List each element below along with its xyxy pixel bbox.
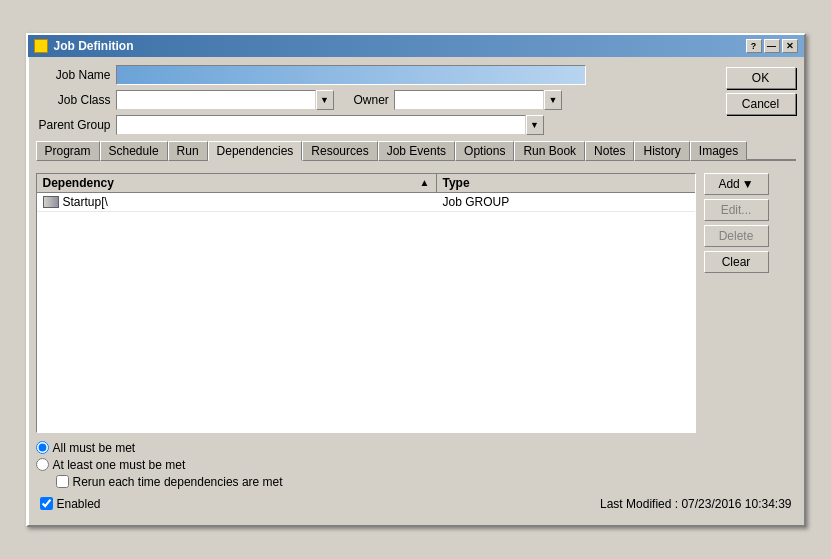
job-class-dropdown[interactable]: ▼ (316, 90, 334, 110)
tab-options[interactable]: Options (455, 141, 514, 161)
table-header: Dependency ▲ Type (37, 174, 695, 193)
tabs: Program Schedule Run Dependencies Resour… (36, 141, 796, 161)
add-button[interactable]: Add ▼ (704, 173, 769, 195)
table-row[interactable]: Startup[\ Job GROUP (37, 193, 695, 212)
side-buttons: Add ▼ Edit... Delete Clear (704, 173, 769, 433)
help-button[interactable]: ? (746, 39, 762, 53)
parent-group-input[interactable] (116, 115, 526, 135)
tab-resources[interactable]: Resources (302, 141, 377, 161)
tab-schedule[interactable]: Schedule (100, 141, 168, 161)
enabled-checkbox[interactable] (40, 497, 53, 510)
dependency-cell: Startup[\ (37, 193, 437, 211)
title-bar-title: Job Definition (34, 39, 134, 53)
tab-notes[interactable]: Notes (585, 141, 634, 161)
title-bar: Job Definition ? — ✕ (28, 35, 804, 57)
parent-group-label: Parent Group (36, 118, 116, 132)
job-name-input[interactable] (116, 65, 586, 85)
dependency-icon (43, 196, 59, 208)
add-arrow: ▼ (742, 177, 754, 191)
at-least-one-radio[interactable] (36, 458, 49, 471)
col-dependency: Dependency ▲ (37, 174, 437, 192)
cancel-button[interactable]: Cancel (726, 93, 796, 115)
tab-program[interactable]: Program (36, 141, 100, 161)
tab-dependencies[interactable]: Dependencies (208, 141, 303, 161)
add-label: Add (718, 177, 739, 191)
tab-history[interactable]: History (634, 141, 689, 161)
dependency-area: Dependency ▲ Type Startup[\ Job GROUP (36, 173, 796, 433)
ok-button[interactable]: OK (726, 67, 796, 89)
enabled-label: Enabled (57, 497, 101, 511)
job-name-row: Job Name (36, 65, 796, 85)
dialog-content: OK Cancel Job Name Job Class ▼ Owner ▼ P… (28, 57, 804, 525)
dependencies-tab-content: Dependency ▲ Type Startup[\ Job GROUP (36, 167, 796, 517)
clear-button[interactable]: Clear (704, 251, 769, 273)
delete-button[interactable]: Delete (704, 225, 769, 247)
type-cell: Job GROUP (437, 193, 516, 211)
job-class-combo: ▼ (116, 90, 334, 110)
owner-dropdown[interactable]: ▼ (544, 90, 562, 110)
at-least-one-row: At least one must be met (36, 458, 186, 472)
rerun-label: Rerun each time dependencies are met (73, 475, 283, 489)
parent-group-combo: ▼ (116, 115, 544, 135)
job-definition-window: Job Definition ? — ✕ OK Cancel Job Name … (26, 33, 806, 527)
job-class-input[interactable] (116, 90, 316, 110)
parent-group-row: Parent Group ▼ (36, 115, 796, 135)
all-must-be-met-label: All must be met (53, 441, 136, 455)
title-bar-buttons: ? — ✕ (746, 39, 798, 53)
bottom-options: All must be met At least one must be met… (36, 441, 796, 489)
minimize-button[interactable]: — (764, 39, 780, 53)
window-icon (34, 39, 48, 53)
tab-job-events[interactable]: Job Events (378, 141, 455, 161)
owner-combo: ▼ (394, 90, 562, 110)
tab-run[interactable]: Run (168, 141, 208, 161)
dependency-table-container[interactable]: Dependency ▲ Type Startup[\ Job GROUP (36, 173, 696, 433)
sort-arrow: ▲ (420, 177, 430, 188)
at-least-one-label: At least one must be met (53, 458, 186, 472)
rerun-row: Rerun each time dependencies are met (56, 475, 283, 489)
dependency-value: Startup[\ (63, 195, 108, 209)
parent-group-dropdown[interactable]: ▼ (526, 115, 544, 135)
all-must-be-met-row: All must be met (36, 441, 136, 455)
job-name-label: Job Name (36, 68, 116, 82)
all-must-be-met-radio[interactable] (36, 441, 49, 454)
col-type: Type (437, 174, 476, 192)
job-class-row: Job Class ▼ Owner ▼ (36, 90, 796, 110)
last-modified: Last Modified : 07/23/2016 10:34:39 (600, 497, 791, 511)
job-class-label: Job Class (36, 93, 116, 107)
close-button[interactable]: ✕ (782, 39, 798, 53)
tabs-container: Program Schedule Run Dependencies Resour… (36, 141, 796, 161)
window-title: Job Definition (54, 39, 134, 53)
rerun-checkbox[interactable] (56, 475, 69, 488)
owner-label: Owner (354, 93, 389, 107)
edit-button[interactable]: Edit... (704, 199, 769, 221)
owner-input[interactable] (394, 90, 544, 110)
bottom-row: Enabled Last Modified : 07/23/2016 10:34… (36, 497, 796, 511)
tab-run-book[interactable]: Run Book (514, 141, 585, 161)
enabled-row: Enabled (40, 497, 101, 511)
ok-cancel-area: OK Cancel (726, 67, 796, 115)
tab-images[interactable]: Images (690, 141, 747, 161)
